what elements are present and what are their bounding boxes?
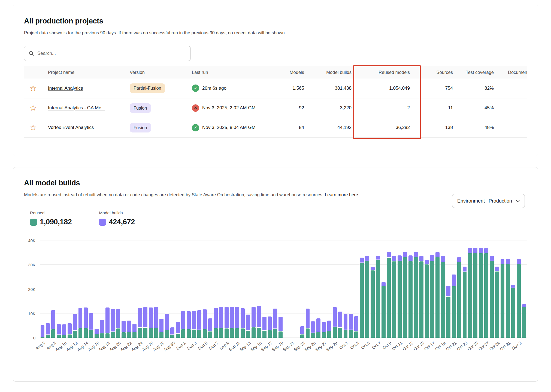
bar-oct-1[interactable] [343,240,348,338]
bar-aug-20[interactable] [116,240,121,338]
project-link[interactable]: Internal Analytics - GA Me... [48,105,105,110]
bar-oct-3[interactable] [354,240,359,338]
bar-sep-29[interactable] [332,240,337,338]
bar-oct-15[interactable] [419,240,424,338]
bar-sep-15[interactable] [256,240,262,338]
bar-aug-22[interactable] [126,240,132,338]
bar-aug-27[interactable] [153,240,159,338]
bar-oct-9[interactable] [386,240,392,338]
bar-aug-6[interactable] [40,240,45,338]
bar-sep-21[interactable] [289,240,294,338]
bar-aug-15[interactable] [89,240,94,338]
bar-aug-18[interactable] [105,240,110,338]
bar-sep-17[interactable] [267,240,273,338]
learn-more-link[interactable]: Learn more here. [325,192,359,197]
bar-aug-23[interactable] [132,240,137,338]
bar-sep-8[interactable] [218,240,224,338]
bar-sep-28[interactable] [327,240,332,338]
bar-oct-28[interactable] [489,240,494,338]
bar-sep-1[interactable] [180,240,186,338]
bar-oct-27[interactable] [483,240,489,338]
column-header-documentation[interactable]: Documentation [506,66,527,79]
bar-sep-27[interactable] [321,240,327,338]
bar-sep-19[interactable] [278,240,283,338]
search-input[interactable] [37,51,186,56]
bar-sep-3[interactable] [191,240,197,338]
favorite-star-icon[interactable]: ☆ [26,104,37,112]
bar-sep-25[interactable] [310,240,316,338]
search-box[interactable] [24,46,191,61]
bar-aug-28[interactable] [159,240,164,338]
bar-sep-18[interactable] [273,240,278,338]
bar-oct-14[interactable] [413,240,419,338]
bar-aug-26[interactable] [148,240,153,338]
bar-nov-2[interactable] [516,240,522,338]
bar-aug-8[interactable] [51,240,56,338]
column-header-sources[interactable]: Sources [420,66,457,79]
column-header-test-coverage[interactable]: Test coverage [457,66,506,79]
bar-aug-13[interactable] [78,240,83,338]
column-header-model-builds[interactable]: Model builds [308,66,354,79]
bar-aug-12[interactable] [72,240,78,338]
bar-sep-5[interactable] [202,240,208,338]
bar-sep-24[interactable] [305,240,310,338]
project-link[interactable]: Vortex Event Analytics [48,125,94,130]
bar-sep-11[interactable] [235,240,240,338]
bar-aug-10[interactable] [61,240,67,338]
bar-oct-7[interactable] [375,240,381,338]
bar-sep-10[interactable] [229,240,235,338]
bar-aug-7[interactable] [45,240,51,338]
bar-oct-26[interactable] [478,240,484,338]
column-header-reused-models[interactable]: Reused models [354,66,420,79]
bar-sep-22[interactable] [294,240,299,338]
bar-oct-22[interactable] [456,240,462,338]
favorite-star-icon[interactable]: ☆ [26,84,37,92]
bar-aug-17[interactable] [99,240,105,338]
bar-sep-23[interactable] [299,240,305,338]
bar-oct-30[interactable] [500,240,505,338]
bar-nov-3[interactable] [521,240,527,338]
bar-sep-14[interactable] [251,240,256,338]
favorite-star-icon[interactable]: ☆ [26,123,37,132]
bar-oct-24[interactable] [467,240,473,338]
project-link[interactable]: Internal Analytics [48,86,83,91]
bar-oct-18[interactable] [435,240,440,338]
bar-oct-19[interactable] [440,240,446,338]
bar-sep-9[interactable] [224,240,229,338]
bar-oct-17[interactable] [429,240,435,338]
environment-dropdown[interactable]: Environment Production [452,194,525,208]
bar-oct-31[interactable] [505,240,511,338]
bar-oct-23[interactable] [462,240,467,338]
bar-oct-10[interactable] [392,240,397,338]
column-header-project-name[interactable]: Project name [46,66,128,79]
bar-aug-21[interactable] [121,240,126,338]
bar-oct-16[interactable] [424,240,429,338]
column-header-models[interactable]: Models [278,66,308,79]
bar-aug-9[interactable] [56,240,62,338]
bar-oct-21[interactable] [451,240,456,338]
bar-aug-16[interactable] [94,240,99,338]
bar-sep-20[interactable] [283,240,289,338]
bar-sep-6[interactable] [208,240,213,338]
bar-sep-30[interactable] [337,240,343,338]
bar-aug-30[interactable] [170,240,175,338]
bar-sep-13[interactable] [246,240,251,338]
bar-oct-6[interactable] [370,240,375,338]
bar-oct-5[interactable] [365,240,370,338]
bar-oct-13[interactable] [408,240,413,338]
column-header-last-run[interactable]: Last run [190,66,278,79]
column-header-version[interactable]: Version [128,66,190,79]
bar-aug-11[interactable] [67,240,72,338]
bar-oct-29[interactable] [494,240,500,338]
bar-nov-1[interactable] [511,240,516,338]
bar-aug-19[interactable] [110,240,116,338]
bar-sep-7[interactable] [213,240,219,338]
bar-sep-12[interactable] [240,240,246,338]
bar-oct-25[interactable] [473,240,478,338]
bar-sep-26[interactable] [316,240,321,338]
bar-oct-4[interactable] [359,240,365,338]
bar-oct-8[interactable] [381,240,386,338]
bar-aug-24[interactable] [137,240,143,338]
bar-sep-4[interactable] [197,240,202,338]
bar-aug-31[interactable] [175,240,180,338]
